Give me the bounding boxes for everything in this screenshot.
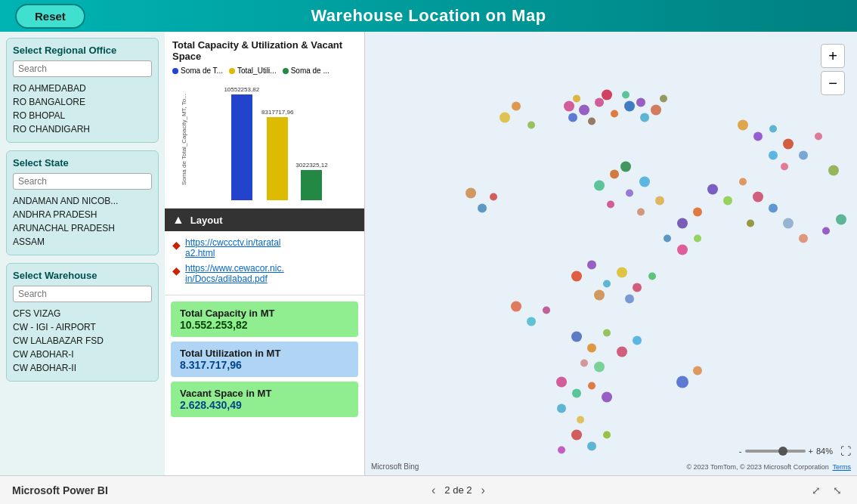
bar-group: 10552253,82 8317717,96 3022325,12 — [224, 86, 327, 200]
legend-label-0: Soma de T... — [181, 66, 223, 75]
legend-item-0: Soma de T... — [172, 66, 223, 75]
regional-office-filter: Select Regional Office RO AHMEDABAD RO B… — [6, 38, 159, 143]
svg-point-81 — [781, 163, 788, 171]
svg-point-26 — [739, 178, 747, 186]
svg-point-5 — [588, 118, 596, 125]
svg-point-11 — [568, 113, 577, 122]
state-label: Select State — [13, 157, 152, 169]
filter-item-arunachal[interactable]: ARUNACHAL PRADESH — [13, 221, 152, 235]
map-area[interactable]: + − - + 84% ⛶ Microsoft Bing © 2023 TomT… — [365, 32, 857, 475]
main-content: Select Regional Office RO AHMEDABAD RO B… — [0, 32, 857, 475]
svg-point-40 — [637, 209, 645, 216]
svg-point-20 — [783, 139, 794, 150]
terms-link[interactable]: Terms — [833, 463, 852, 471]
svg-point-55 — [799, 234, 808, 243]
svg-point-50 — [633, 283, 642, 292]
svg-point-3 — [624, 101, 635, 112]
svg-point-74 — [676, 376, 688, 388]
stat-card-utilization-title: Total Utilization in MT — [180, 348, 349, 359]
bar-label-1: 8317717,96 — [261, 109, 293, 116]
filter-item-cw-igi[interactable]: CW - IGI - AIRPORT — [13, 320, 152, 334]
zoom-out-button[interactable]: − — [821, 71, 845, 95]
legend-item-2: Soma de ... — [283, 66, 329, 75]
zoom-handle — [778, 447, 787, 456]
bar-1 — [267, 117, 288, 200]
map-copyright: © 2023 TomTom, © 2023 Microsoft Corporat… — [686, 463, 851, 471]
expand-icon[interactable]: ⤡ — [830, 483, 845, 498]
svg-point-39 — [620, 162, 631, 172]
svg-point-29 — [747, 220, 754, 227]
stat-card-vacant-value: 2.628.430,49 — [180, 399, 349, 411]
zoom-minus-label: - — [739, 447, 742, 456]
zoom-level-label: 84% — [816, 447, 833, 456]
svg-point-9 — [573, 95, 580, 103]
svg-point-23 — [828, 165, 839, 176]
filter-item-cfs-vizag[interactable]: CFS VIZAG — [13, 307, 152, 320]
filter-item-ro-chandigarh[interactable]: RO CHANDIGARH — [13, 122, 152, 136]
svg-point-14 — [500, 113, 510, 123]
svg-point-28 — [769, 204, 778, 213]
svg-point-54 — [783, 218, 794, 229]
svg-point-44 — [677, 245, 688, 255]
svg-point-24 — [707, 184, 718, 195]
svg-point-62 — [587, 344, 596, 353]
zoom-in-button[interactable]: + — [821, 44, 845, 68]
svg-point-36 — [639, 177, 650, 187]
state-search[interactable] — [13, 173, 152, 190]
svg-point-2 — [611, 110, 618, 118]
svg-point-68 — [556, 377, 567, 388]
svg-point-80 — [769, 151, 778, 160]
bing-label: Microsoft Bing — [371, 462, 419, 471]
fullscreen-icon[interactable]: ⛶ — [840, 445, 851, 457]
svg-point-43 — [664, 235, 671, 243]
link-1[interactable]: https://www.cewacor.nic.in/Docs/adilabad… — [185, 263, 284, 284]
reset-button[interactable]: Reset — [15, 4, 85, 29]
svg-point-66 — [580, 360, 588, 367]
powerbi-label: Microsoft Power BI — [12, 484, 108, 496]
link-0[interactable]: https://cwccctv.in/taratala2.html — [185, 237, 281, 258]
bing-logo: Microsoft Bing — [371, 462, 419, 471]
svg-point-63 — [603, 329, 611, 337]
filter-item-cw-abohar2[interactable]: CW ABOHAR-II — [13, 361, 152, 375]
filter-item-andaman[interactable]: ANDAMAN AND NICOB... — [13, 194, 152, 208]
svg-point-52 — [594, 290, 605, 301]
share-icon[interactable]: ⤢ — [809, 483, 824, 498]
filter-item-ro-bhopal[interactable]: RO BHOPAL — [13, 109, 152, 122]
bar-wrap-2: 3022325,12 — [295, 162, 327, 200]
bar-wrap-0: 10552253,82 — [224, 86, 259, 200]
state-filter: Select State ANDAMAN AND NICOB... ANDHRA… — [6, 150, 159, 255]
svg-point-13 — [564, 101, 574, 112]
filter-item-andhra[interactable]: ANDHRA PRADESH — [13, 208, 152, 221]
svg-point-76 — [571, 430, 582, 441]
next-page-button[interactable]: › — [478, 484, 487, 497]
zoom-slider[interactable] — [745, 450, 806, 453]
filter-item-ro-ahmedabad[interactable]: RO AHMEDABAD — [13, 82, 152, 95]
svg-point-16 — [528, 122, 535, 129]
filter-item-ro-bangalore[interactable]: RO BANGALORE — [13, 95, 152, 109]
svg-point-34 — [610, 170, 619, 179]
stat-card-vacant: Vacant Space in MT 2.628.430,49 — [171, 382, 358, 417]
regional-office-search[interactable] — [13, 60, 152, 77]
svg-point-10 — [651, 105, 661, 116]
bottom-bar: Microsoft Power BI ‹ 2 de 2 › ⤢ ⤡ — [0, 475, 857, 504]
layout-arrow-icon: ▲ — [172, 213, 184, 227]
legend-dot-2 — [283, 68, 289, 74]
svg-point-27 — [753, 192, 763, 203]
layout-label: Layout — [190, 215, 223, 226]
svg-point-42 — [693, 208, 702, 217]
bottom-icons: ⤢ ⤡ — [809, 483, 845, 498]
link-item-0: ◆ https://cwccctv.in/taratala2.html — [172, 237, 357, 258]
svg-point-51 — [648, 273, 656, 280]
warehouse-search[interactable] — [13, 286, 152, 302]
filter-item-assam[interactable]: ASSAM — [13, 235, 152, 249]
svg-point-8 — [636, 98, 645, 107]
prev-page-button[interactable]: ‹ — [428, 484, 438, 497]
filter-item-cw-abohar1[interactable]: CW ABOHAR-I — [13, 348, 152, 361]
chart-legend: Soma de T... Total_Utili... Soma de ... — [172, 66, 357, 75]
svg-point-33 — [594, 181, 605, 191]
filter-item-cw-lalabazar[interactable]: CW LALABAZAR FSD — [13, 334, 152, 348]
svg-point-78 — [603, 431, 611, 439]
svg-point-56 — [822, 227, 830, 235]
svg-point-38 — [607, 201, 614, 209]
svg-point-77 — [587, 442, 596, 451]
